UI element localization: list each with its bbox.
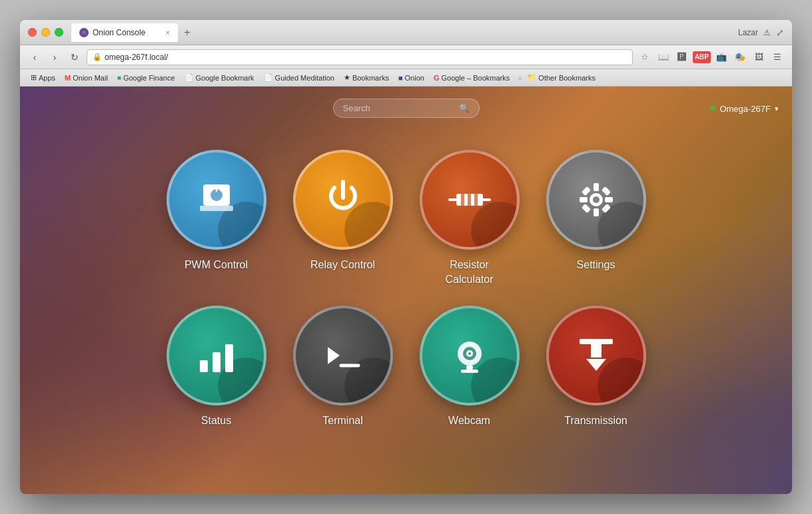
app-circle-transmission (546, 306, 646, 405)
content-area: 🔍 Omega-267F ▾ (20, 87, 792, 494)
bookmark-onion-mail[interactable]: M Onion Mail (61, 71, 112, 85)
search-box[interactable]: 🔍 (333, 99, 480, 118)
app-item-pwm-control[interactable]: PWM Control (167, 150, 266, 286)
app-label-terminal: Terminal (322, 415, 362, 427)
bookmark-onion[interactable]: ■ Onion (394, 71, 428, 85)
status-icon (193, 332, 240, 379)
app-label-transmission: Transmission (564, 415, 627, 427)
app-item-settings[interactable]: Settings (546, 150, 646, 286)
top-bar: 🔍 Omega-267F ▾ (20, 87, 792, 130)
svg-rect-12 (594, 183, 599, 191)
pocket-icon[interactable]: 🅿 (674, 49, 690, 65)
address-text: omega-267f.local/ (105, 53, 168, 62)
webcam-icon (446, 332, 493, 379)
forward-button[interactable]: › (47, 49, 63, 65)
active-tab[interactable]: ○ Onion Console × (71, 23, 178, 42)
app-circle-pwm (167, 150, 266, 250)
app-item-relay-control[interactable]: Relay Control (293, 150, 393, 286)
apps-grid-icon: ⊞ (31, 73, 37, 82)
bookmark-google-bookmarks-label: Google – Bookmarks (441, 74, 510, 82)
app-label-resistor-line1: Resistor (450, 259, 489, 271)
svg-point-28 (468, 352, 471, 355)
title-right: Lazar ⚠ ⤢ (738, 27, 784, 38)
app-label-settings: Settings (577, 259, 615, 271)
nav-icons: ☆ 📖 🅿 ABP 📺 🎭 🖼 ☰ (637, 49, 785, 65)
app-item-transmission[interactable]: Transmission (546, 306, 646, 427)
more-bookmarks[interactable]: » (518, 74, 522, 82)
bookmark-other-label: Other Bookmarks (538, 74, 596, 82)
onion-icon: ■ (398, 74, 403, 82)
title-bar: ○ Onion Console × + Lazar ⚠ ⤢ (20, 20, 792, 45)
lock-icon: 🔒 (93, 53, 102, 61)
svg-rect-21 (212, 352, 220, 372)
tab-title: Onion Console (93, 28, 145, 37)
new-tab-button[interactable]: + (178, 23, 197, 42)
minimize-button[interactable] (41, 28, 50, 37)
bookmark-google-bookmark[interactable]: 📄 Google Bookmark (181, 71, 258, 85)
svg-rect-32 (580, 339, 613, 344)
bookmarks-bar: ⊞ Apps M Onion Mail ■ Google Finance 📄 G… (20, 69, 792, 87)
maximize-button[interactable] (55, 28, 63, 37)
extension-icon[interactable]: 🎭 (732, 49, 748, 65)
bookmark-onion-label: Onion (405, 74, 424, 82)
meditation-icon: 📄 (264, 73, 273, 82)
svg-rect-8 (474, 194, 478, 206)
app-circle-terminal (293, 306, 393, 405)
mail-icon: M (65, 74, 71, 82)
settings-icon (573, 176, 619, 223)
app-item-status[interactable]: Status (167, 306, 266, 427)
app-label-webcam: Webcam (448, 415, 490, 427)
svg-rect-16 (581, 186, 590, 196)
app-item-resistor-calculator[interactable]: Resistor Calculator (420, 150, 520, 286)
app-label-resistor-line2: Calculator (445, 274, 493, 286)
status-dot (710, 106, 715, 111)
device-indicator[interactable]: Omega-267F ▾ (710, 103, 779, 113)
svg-point-11 (593, 196, 600, 203)
apps-grid: PWM Control Relay Control (127, 136, 686, 440)
reload-button[interactable]: ↻ (67, 49, 83, 65)
address-bar[interactable]: 🔒 omega-267f.local/ (87, 49, 633, 65)
app-circle-relay (293, 150, 393, 250)
nav-bar: ‹ › ↻ 🔒 omega-267f.local/ ☆ 📖 🅿 ABP 📺 🎭 … (20, 45, 792, 69)
app-label-relay: Relay Control (310, 259, 375, 271)
svg-rect-30 (461, 370, 478, 373)
svg-rect-6 (461, 194, 464, 206)
tab-close-button[interactable]: × (166, 29, 170, 37)
bookmark-bookmarks[interactable]: ★ Bookmarks (340, 71, 393, 85)
back-button[interactable]: ‹ (27, 49, 43, 65)
app-circle-webcam (420, 306, 520, 405)
bookmark-other[interactable]: 📁 Other Bookmarks (523, 71, 600, 85)
app-label-pwm: PWM Control (185, 259, 248, 271)
bookmark-guided-meditation[interactable]: 📄 Guided Meditation (260, 71, 338, 85)
search-icon[interactable]: 🔍 (459, 103, 470, 113)
close-button[interactable] (28, 28, 37, 37)
bookmark-google-bookmarks[interactable]: G Google – Bookmarks (430, 71, 514, 85)
svg-rect-33 (591, 344, 602, 358)
folder-icon: 📁 (527, 73, 536, 82)
reader-icon[interactable]: 📖 (655, 49, 671, 65)
svg-rect-20 (200, 360, 208, 372)
resistor-icon (446, 176, 493, 223)
terminal-icon (320, 332, 366, 379)
cast-icon[interactable]: 📺 (713, 49, 729, 65)
bookmark-guided-meditation-label: Guided Meditation (275, 74, 334, 82)
fullscreen-icon[interactable]: ⤢ (776, 27, 784, 38)
svg-rect-22 (225, 344, 233, 372)
app-item-webcam[interactable]: Webcam (420, 306, 520, 427)
search-input[interactable] (343, 103, 454, 113)
menu-icon[interactable]: ☰ (769, 49, 785, 65)
pwm-icon (193, 176, 240, 223)
dropdown-chevron-icon: ▾ (775, 104, 779, 113)
svg-marker-34 (586, 359, 606, 371)
svg-rect-29 (466, 366, 473, 370)
svg-rect-18 (581, 204, 590, 213)
adblock-badge[interactable]: ABP (693, 51, 711, 63)
star-icon[interactable]: ☆ (637, 49, 653, 65)
app-item-terminal[interactable]: Terminal (293, 306, 393, 427)
app-label-status: Status (201, 415, 231, 427)
bookmark-apps-label: Apps (39, 74, 55, 82)
bookmark-google-finance[interactable]: ■ Google Finance (113, 71, 179, 85)
extension2-icon[interactable]: 🖼 (751, 49, 767, 65)
user-label: Lazar (738, 28, 758, 37)
bookmark-apps[interactable]: ⊞ Apps (27, 71, 59, 85)
